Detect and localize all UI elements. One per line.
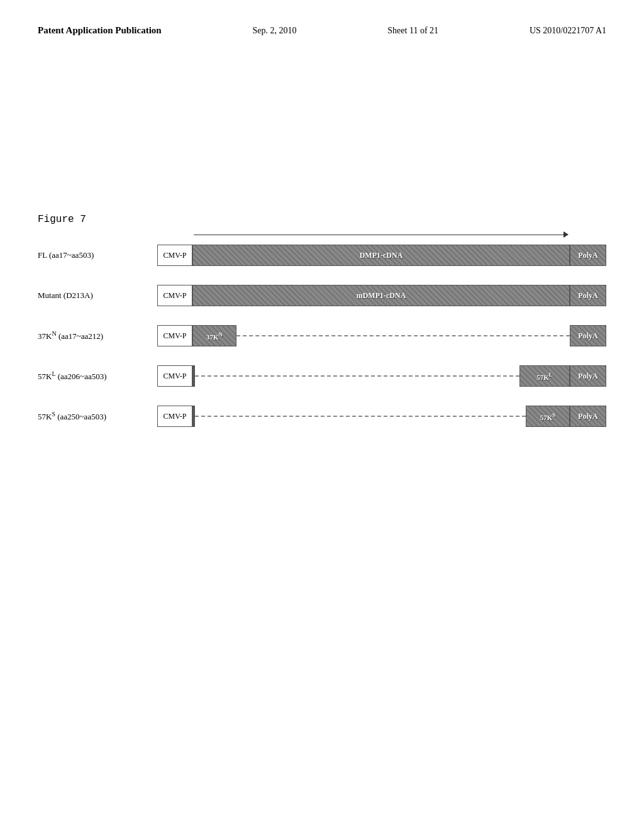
- cmvp-box-57ks: CMV-P: [157, 406, 192, 427]
- construct-diagram-mutant: CMV-P mDMP1-cDNA PolyA: [157, 284, 606, 307]
- construct-diagram-inner-37kn: CMV-P 37KN PolyA: [157, 324, 606, 347]
- construct-label-fl: FL (aa17~aa503): [38, 250, 157, 260]
- cmvp-box-mutant: CMV-P: [157, 285, 192, 306]
- construct-diagram-57kl: CMV-P 57KL PolyA: [157, 365, 606, 387]
- page-header: Patent Application Publication Sep. 2, 2…: [0, 0, 644, 36]
- polya-box-57kl: PolyA: [570, 365, 606, 387]
- construct-diagram-inner-57kl: CMV-P 57KL PolyA: [157, 365, 606, 387]
- construct-diagram-57ks: CMV-P 57KS PolyA: [157, 405, 606, 428]
- construct-row-fl: FL (aa17~aa503) CMV-P DMP1-cDNA PolyA: [38, 244, 606, 267]
- polya-box-mutant: PolyA: [570, 285, 606, 306]
- polya-box-fl: PolyA: [570, 245, 606, 266]
- cmvp-box-37kn: CMV-P: [157, 325, 192, 346]
- arrow-above-fl: [194, 231, 569, 238]
- arrow-line: [194, 235, 564, 235]
- fragment-box-57ks: 57KS: [526, 406, 570, 427]
- fragment-box-57kl: 57KL: [519, 365, 570, 387]
- construct-label-37kn: 37KN (aa17~aa212): [38, 330, 157, 341]
- construct-label-57ks: 57KS (aa250~aa503): [38, 411, 157, 422]
- construct-diagram-fl: CMV-P DMP1-cDNA PolyA: [157, 244, 606, 267]
- construct-label-57kl: 57KL (aa206~aa503): [38, 370, 157, 382]
- sheet-number: Sheet 11 of 21: [387, 26, 438, 36]
- construct-row-57ks: 57KS (aa250~aa503) CMV-P 57KS PolyA: [38, 405, 606, 428]
- figure-label: Figure 7: [38, 214, 606, 225]
- cdna-box-fl: DMP1-cDNA: [192, 245, 570, 266]
- arrow-head: [564, 231, 569, 238]
- publication-number: US 2010/0221707 A1: [530, 26, 606, 36]
- construct-diagram-37kn: CMV-P 37KN PolyA: [157, 324, 606, 347]
- cdna-box-mutant: mDMP1-cDNA: [192, 285, 570, 306]
- construct-diagram-inner-57ks: CMV-P 57KS PolyA: [157, 405, 606, 428]
- construct-row-37kn: 37KN (aa17~aa212) CMV-P 37KN PolyA: [38, 324, 606, 347]
- dashed-connector-57ks: [195, 416, 526, 417]
- construct-row-57kl: 57KL (aa206~aa503) CMV-P 57KL PolyA: [38, 365, 606, 387]
- figure-area: Figure 7 FL (aa17~aa503) CMV-P DMP1-cDNA: [38, 214, 606, 428]
- cmvp-box-57kl: CMV-P: [157, 365, 192, 387]
- cmvp-box-fl: CMV-P: [157, 245, 192, 266]
- construct-diagram-inner-mutant: CMV-P mDMP1-cDNA PolyA: [157, 284, 606, 307]
- dashed-connector-37kn: [236, 335, 570, 336]
- dashed-connector-57kl: [195, 375, 519, 377]
- publication-label: Patent Application Publication: [38, 25, 162, 36]
- fragment-box-37kn: 37KN: [192, 325, 236, 346]
- construct-diagram-inner-fl: CMV-P DMP1-cDNA PolyA: [157, 244, 606, 267]
- construct-label-mutant: Mutant (D213A): [38, 290, 157, 301]
- polya-box-37kn: PolyA: [570, 325, 606, 346]
- diagram-container: FL (aa17~aa503) CMV-P DMP1-cDNA PolyA: [38, 244, 606, 428]
- construct-row-mutant: Mutant (D213A) CMV-P mDMP1-cDNA PolyA: [38, 284, 606, 307]
- polya-box-57ks: PolyA: [570, 406, 606, 427]
- publication-date: Sep. 2, 2010: [253, 26, 297, 36]
